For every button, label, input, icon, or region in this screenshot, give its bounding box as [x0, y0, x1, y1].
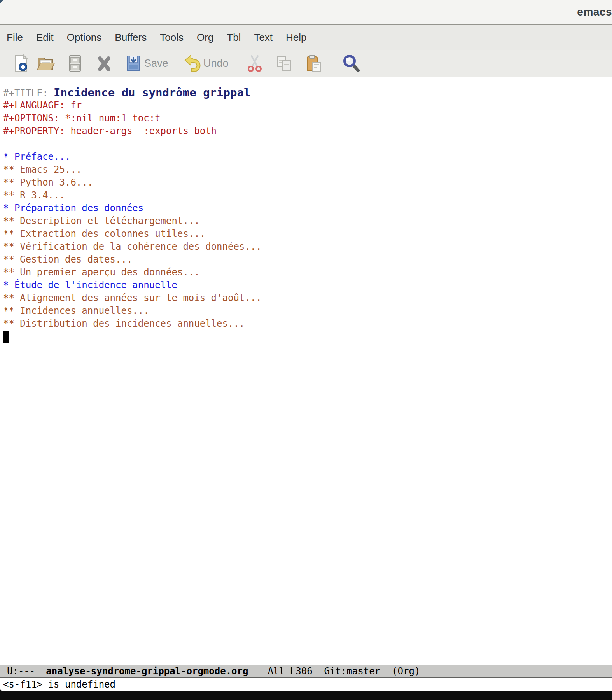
toolbar-separator — [175, 52, 175, 74]
org-heading-level2[interactable]: ** Un premier aperçu des données... — [3, 266, 612, 279]
save-button-label: Save — [144, 58, 168, 70]
undo-button-label: Undo — [203, 58, 229, 70]
new-file-icon — [12, 54, 31, 73]
search-button[interactable] — [342, 54, 360, 73]
copy-icon — [275, 54, 294, 73]
undo-button[interactable]: Undo — [183, 54, 229, 73]
close-buffer-button[interactable] — [95, 54, 114, 73]
desktop-background-strip — [0, 691, 612, 700]
org-meta-line[interactable]: #+OPTIONS: *:nil num:1 toc:t — [3, 112, 612, 125]
org-heading-level2[interactable]: ** Alignement des années sur le mois d'a… — [3, 292, 612, 304]
toolbar-separator — [333, 52, 333, 74]
org-keyword-line[interactable]: #+TITLE: Incidence du syndrôme grippal — [3, 86, 612, 99]
menu-item-org[interactable]: Org — [191, 32, 219, 44]
magnifier-icon — [342, 54, 360, 73]
undo-icon — [183, 54, 202, 73]
file-cabinet-icon — [66, 54, 84, 73]
org-heading-level2[interactable]: ** Gestion des dates... — [3, 253, 612, 266]
modeline[interactable]: U:--- analyse-syndrome-grippal-orgmode.o… — [0, 665, 612, 678]
org-heading-level2[interactable]: ** Python 3.6... — [3, 176, 612, 189]
open-file-button[interactable] — [37, 54, 55, 73]
org-heading-level2[interactable]: ** R 3.4... — [3, 189, 612, 202]
echo-area[interactable]: <s-f11> is undefined — [0, 678, 612, 691]
menu-item-buffers[interactable]: Buffers — [109, 32, 152, 44]
blank-line[interactable] — [3, 138, 612, 150]
cut-button[interactable] — [245, 54, 264, 73]
org-document-title: Incidence du syndrôme grippal — [54, 86, 250, 99]
org-heading-level2[interactable]: ** Distribution des incidences annuelles… — [3, 317, 612, 330]
clipboard-icon — [304, 54, 323, 73]
modeline-line-number[interactable]: L306 — [290, 666, 313, 677]
save-buffer-button[interactable]: Save — [124, 54, 168, 73]
menu-item-help[interactable]: Help — [280, 32, 312, 44]
org-heading-level2[interactable]: ** Vérification de la cohérence des donn… — [3, 240, 612, 253]
org-heading-level1[interactable]: * Préface... — [3, 150, 612, 163]
open-directory-button[interactable] — [66, 54, 84, 73]
org-heading-level2[interactable]: ** Incidences annuelles... — [3, 304, 612, 317]
new-file-button[interactable] — [12, 54, 31, 73]
org-heading-level1[interactable]: * Préparation des données — [3, 202, 612, 215]
org-meta-line[interactable]: #+PROPERTY: header-args :exports both — [3, 125, 612, 138]
menu-item-tbl[interactable]: Tbl — [221, 32, 247, 44]
toolbar: Save Undo — [0, 50, 612, 77]
menu-item-file[interactable]: File — [1, 32, 29, 44]
menu-item-tools[interactable]: Tools — [154, 32, 189, 44]
open-folder-icon — [37, 54, 55, 73]
save-icon — [124, 54, 143, 73]
modeline-major-mode[interactable]: (Org) — [392, 666, 420, 677]
modeline-position[interactable]: All — [268, 666, 284, 677]
org-heading-level1[interactable]: * Étude de l'incidence annuelle — [3, 279, 612, 292]
menu-item-edit[interactable]: Edit — [30, 32, 59, 44]
org-meta-line[interactable]: #+LANGUAGE: fr — [3, 99, 612, 112]
emacs-window: emacs File Edit Options Buffers Tools Or… — [0, 0, 612, 691]
titlebar[interactable]: emacs — [0, 0, 612, 25]
menu-item-options[interactable]: Options — [61, 32, 108, 44]
modeline-buffer-name[interactable]: analyse-syndrome-grippal-orgmode.org — [46, 666, 248, 677]
echo-message: <s-f11> is undefined — [3, 679, 115, 690]
org-heading-level2[interactable]: ** Emacs 25... — [3, 163, 612, 176]
text-cursor — [3, 331, 9, 343]
menubar: File Edit Options Buffers Tools Org Tbl … — [0, 25, 612, 50]
scissors-icon — [245, 54, 264, 73]
modeline-vc-status[interactable]: Git:master — [324, 666, 381, 677]
paste-button[interactable] — [304, 54, 323, 73]
menu-item-text[interactable]: Text — [248, 32, 278, 44]
cursor-line[interactable] — [3, 330, 612, 343]
copy-button[interactable] — [275, 54, 294, 73]
buffer-content[interactable]: #+TITLE: Incidence du syndrôme grippal #… — [0, 77, 612, 665]
org-heading-level2[interactable]: ** Description et téléchargement... — [3, 215, 612, 228]
modeline-status[interactable]: U:--- — [7, 666, 35, 677]
org-heading-level2[interactable]: ** Extraction des colonnes utiles... — [3, 228, 612, 240]
toolbar-separator — [236, 52, 236, 74]
window-title: emacs — [577, 6, 612, 18]
close-x-icon — [95, 54, 114, 73]
org-title-keyword: #+TITLE: — [3, 88, 54, 99]
